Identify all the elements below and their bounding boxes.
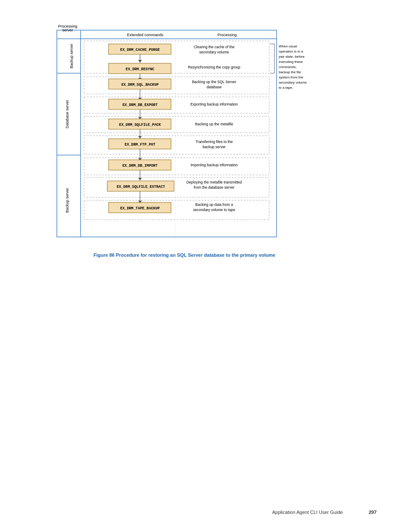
cmd8-desc-line2: from the database server: [194, 185, 235, 190]
note-line4: executing these: [279, 60, 303, 64]
cmd6-desc-line1: Transferring files to the: [196, 140, 233, 144]
note-line8: secondary volume: [279, 81, 307, 84]
note-line6: backup the file: [279, 70, 301, 74]
cmd1-desc-line2: secondary volume: [199, 50, 229, 54]
note-line3: pair state, before: [279, 55, 305, 59]
col-header-processing: Processing: [218, 33, 237, 37]
cmd4-label: EX_DRM_DB_EXPORT: [122, 103, 158, 107]
figure-caption: Figure 86 Procedure for restoring an SQL…: [93, 252, 318, 258]
cmd2-label: EX_DRM_RESYNC: [126, 67, 154, 72]
cmd3-label: EX_DRM_SQL_BACKUP: [121, 83, 159, 87]
diagram-svg: Processing server Extended commands Proc…: [55, 22, 356, 246]
cmd8-desc-line1: Deploying the metafile transmitted: [187, 180, 242, 184]
cmd3-desc-line2: database: [207, 85, 222, 89]
cmd1-desc-line1: Clearing the cache of the: [194, 45, 235, 49]
cmd9-label: EX_DRM_TAPE_BACKUP: [120, 206, 160, 211]
note-line5: commands,: [279, 65, 296, 69]
footer-title: Application Agent CLI User Guide: [272, 510, 343, 515]
cmd6-label: EX_DRM_FTP_PUT: [125, 143, 155, 147]
backup-server-top-label: Backup server: [69, 44, 74, 68]
col-header-extended: Extended commands: [127, 33, 164, 37]
svg-marker-27: [138, 136, 142, 139]
header-server-label: server: [62, 28, 73, 32]
cmd9-desc-line2: secondary volume to tape: [193, 208, 235, 212]
note-line9: to a tape.: [279, 86, 293, 90]
footer-page-number: 297: [369, 510, 377, 515]
cmd7-label: EX_DRM_DB_IMPORT: [122, 164, 158, 168]
page-footer: Application Agent CLI User Guide 297: [272, 510, 377, 515]
cmd6-desc-line2: backup server: [202, 145, 226, 149]
cmd8-label: EX_DRM_SQLFILE_EXTRACT: [117, 185, 165, 189]
cmd5-desc: Backing up the metafile: [195, 122, 234, 126]
backup-server-bottom-label: Backup server: [65, 188, 69, 213]
page: Processing server Extended commands Proc…: [0, 0, 411, 532]
cmd9-desc-line1: Backing up data from a: [195, 202, 233, 207]
cmd1-label: EX_DRM_CACHE_PURGE: [120, 48, 160, 52]
cmd2-desc: Resynchronizing the copy group: [188, 65, 240, 69]
cmd5-label: EX_DRM_SQLFILE_PACK: [119, 123, 162, 127]
svg-marker-35: [138, 178, 142, 180]
note-line2: operation is in a: [279, 50, 303, 53]
database-server-label: Database server: [65, 100, 69, 128]
note-line1: When usual: [279, 44, 297, 48]
diagram-container: Processing server Extended commands Proc…: [34, 22, 377, 258]
cmd7-desc: Importing backup information: [190, 163, 238, 167]
cmd3-desc-line1: Backing up the SQL Server: [192, 80, 237, 84]
note-line7: system from the: [279, 75, 303, 79]
cmd4-desc: Exporting backup information: [190, 102, 238, 106]
figure-caption-text: Figure 86 Procedure for restoring an SQL…: [93, 252, 275, 258]
svg-marker-8: [138, 60, 142, 63]
